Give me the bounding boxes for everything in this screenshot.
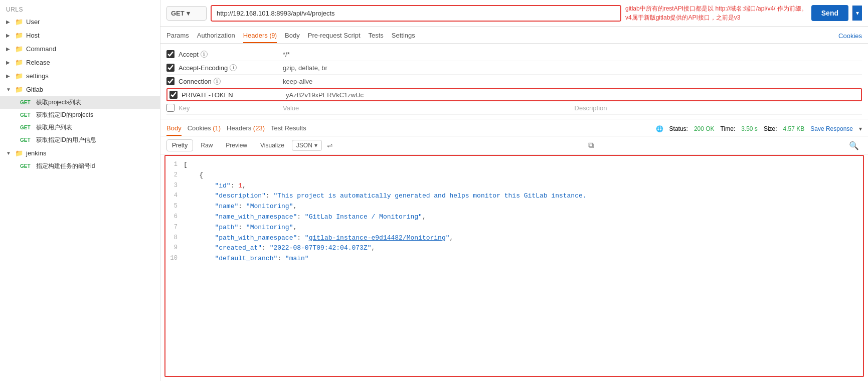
line-number: 1 [167,160,184,169]
info-icon: ℹ [201,51,208,58]
folder-icon: 📁 [15,32,23,39]
header-row-private-token: PRIVATE-TOKEN yAzB2v19xPERVkC1zwUc [166,88,862,101]
sidebar-item-command[interactable]: ▶ 📁 Command [0,42,160,56]
headers-table: Accept ℹ */* Accept-Encoding ℹ gzip, def… [160,44,868,119]
sidebar-item-release[interactable]: ▶ 📁 Release [0,56,160,69]
tab-tests[interactable]: Tests [369,29,384,43]
json-content: 1 [ 2 { 3 "id": 1, 4 "description": "Thi… [165,156,863,268]
header-value-accept-encoding: gzip, deflate, br [283,64,862,72]
search-icon[interactable]: 🔍 [846,140,862,151]
response-tab-headers[interactable]: Headers (23) [227,121,265,136]
header-key-private-token: PRIVATE-TOKEN [182,91,282,99]
tab-pre-request-script[interactable]: Pre-request Script [308,29,361,43]
sidebar-item-gitlab[interactable]: ▼ 📁 Gitlab [0,83,160,96]
header-checkbox-accept-encoding[interactable] [166,64,175,72]
header-value-accept: */* [283,51,862,58]
format-raw-button[interactable]: Raw [195,139,218,151]
sidebar-child-get-projects-list[interactable]: GET 获取projects列表 [0,96,160,109]
header-key-placeholder: Key [179,104,279,112]
chevron-right-icon: ▶ [6,73,13,79]
sidebar-item-label: Host [26,32,40,39]
json-line-4: 4 "description": "This project is automa… [167,191,861,202]
line-number: 9 [167,243,184,253]
copy-icon[interactable]: ⧉ [585,140,597,151]
response-tab-body[interactable]: Body [166,121,182,136]
header-value-placeholder: Value [283,104,571,112]
line-number: 6 [167,212,184,222]
cookies-link[interactable]: Cookies [838,32,862,40]
format-preview-button[interactable]: Preview [220,139,253,151]
line-number: 3 [167,181,184,190]
tab-params[interactable]: Params [166,29,189,43]
sidebar-child-label: 获取指定ID的用户信息 [36,136,96,144]
chevron-down-icon: ▼ [6,150,13,156]
chevron-down-icon: ▾ [187,10,190,17]
info-icon: ℹ [214,78,221,85]
header-key-connection: Connection ℹ [179,78,279,85]
folder-icon: 📁 [15,72,23,80]
size-value: 4.57 KB [783,125,805,132]
line-number: 8 [167,233,184,243]
main-content: GET ▾ gitlab中所有的restAPI接口都是以 http://域名:端… [160,0,868,381]
sidebar-child-get-project-by-id[interactable]: GET 获取指定ID的projects [0,109,160,121]
sidebar-child-label: 获取用户列表 [36,123,72,132]
tab-authorization[interactable]: Authorization [197,29,235,43]
sidebar-item-label: User [26,18,40,26]
url-input-wrapper [211,5,621,22]
method-badge: GET [20,125,33,130]
info-icon: ℹ [230,64,237,71]
request-tabs: Params Authorization Headers (9) Body Pr… [160,27,868,44]
header-row-accept-encoding: Accept-Encoding ℹ gzip, deflate, br [166,61,862,75]
time-label: Time: [721,125,736,132]
tab-body[interactable]: Body [285,29,300,43]
sidebar-item-label: Gitlab [26,86,43,93]
url-input[interactable] [212,6,620,21]
sidebar-child-get-user-by-id[interactable]: GET 获取指定ID的用户信息 [0,134,160,146]
json-line-2: 2 { [167,170,861,181]
method-select[interactable]: GET ▾ [166,6,207,21]
save-response-dropdown[interactable]: ▾ [859,125,862,132]
header-value-connection: keep-alive [283,78,862,85]
chevron-right-icon: ▶ [6,60,13,65]
header-checkbox-private-token[interactable] [169,91,178,99]
chevron-right-icon: ▶ [6,33,13,38]
save-response-button[interactable]: Save Response [810,125,853,132]
annotation-text: gitlab中所有的restAPI接口都是以 http://域名:端口/api/… [625,4,807,22]
json-format-select[interactable]: JSON ▾ [292,140,322,151]
send-button[interactable]: Send [811,5,848,21]
header-checkbox-accept[interactable] [166,50,175,58]
sidebar-item-host[interactable]: ▶ 📁 Host [0,29,160,42]
sidebar-child-get-users[interactable]: GET 获取用户列表 [0,121,160,134]
line-number: 7 [167,223,184,232]
sidebar-child-get-build-id[interactable]: GET 指定构建任务的编号id [0,160,160,172]
header-key-accept-encoding: Accept-Encoding ℹ [179,64,279,72]
json-line-3: 3 "id": 1, [167,181,861,192]
response-tab-test-results[interactable]: Test Results [271,121,306,136]
format-bar: Pretty Raw Preview Visualize JSON ▾ ⇌ ⧉ … [160,136,868,155]
chevron-down-icon: ▼ [6,87,13,92]
method-badge: GET [20,137,33,143]
json-line-5: 5 "name": "Monitoring", [167,202,861,212]
tab-headers[interactable]: Headers (9) [243,29,277,43]
sidebar-item-settings[interactable]: ▶ 📁 settings [0,69,160,83]
header-checkbox-connection[interactable] [166,77,175,85]
request-bar: GET ▾ gitlab中所有的restAPI接口都是以 http://域名:端… [160,0,868,27]
sidebar: Urls ▶ 📁 User ▶ 📁 Host ▶ 📁 Command ▶ 📁 R… [0,0,160,381]
format-visualize-button[interactable]: Visualize [255,139,290,151]
json-format-label: JSON [296,142,312,149]
sidebar-item-jenkins[interactable]: ▼ 📁 jenkins [0,146,160,160]
status-value: 200 OK [694,125,715,132]
response-tabs: Body Cookies (1) Headers (23) Test Resul… [160,119,868,136]
header-row-accept: Accept ℹ */* [166,48,862,61]
wrap-icon[interactable]: ⇌ [324,139,336,151]
globe-icon[interactable]: 🌐 [656,125,663,132]
line-number: 2 [167,170,184,180]
sidebar-item-user[interactable]: ▶ 📁 User [0,15,160,29]
response-tab-cookies[interactable]: Cookies (1) [188,121,221,136]
format-pretty-button[interactable]: Pretty [166,139,193,151]
header-checkbox-placeholder[interactable] [166,104,175,112]
sidebar-child-label: 获取指定ID的projects [36,111,93,119]
send-dropdown-button[interactable]: ▾ [852,6,862,21]
json-content-wrapper: 1 [ 2 { 3 "id": 1, 4 "description": "Thi… [164,155,864,377]
tab-settings[interactable]: Settings [392,29,415,43]
